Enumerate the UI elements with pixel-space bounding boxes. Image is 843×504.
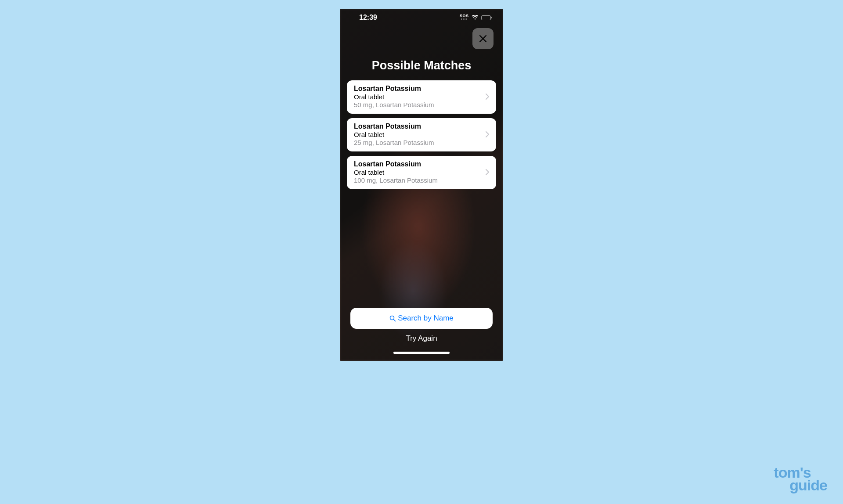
- match-name: Losartan Potassium: [354, 160, 438, 168]
- watermark-logo: tom's guide: [774, 466, 827, 492]
- status-time: 12:39: [359, 14, 377, 22]
- battery-icon: [481, 15, 492, 20]
- try-again-button[interactable]: Try Again: [406, 334, 437, 343]
- phone-frame: 12:39 SOS Poss: [340, 9, 503, 361]
- match-detail: 100 mg, Losartan Potassium: [354, 176, 438, 184]
- match-form: Oral tablet: [354, 131, 434, 138]
- match-name: Losartan Potassium: [354, 85, 434, 93]
- match-list: Losartan Potassium Oral tablet 50 mg, Lo…: [340, 72, 503, 189]
- sos-text: SOS: [460, 14, 469, 18]
- chevron-right-icon: [486, 169, 489, 175]
- search-icon: [389, 315, 396, 322]
- top-buttons: [340, 26, 503, 49]
- match-card[interactable]: Losartan Potassium Oral tablet 50 mg, Lo…: [347, 80, 496, 114]
- close-icon: [479, 35, 487, 43]
- status-bar: 12:39 SOS: [340, 9, 503, 26]
- chevron-right-icon: [486, 94, 489, 100]
- match-detail: 50 mg, Losartan Potassium: [354, 101, 434, 108]
- search-button-label: Search by Name: [398, 314, 454, 323]
- search-by-name-button[interactable]: Search by Name: [350, 308, 493, 329]
- cellular-dots-icon: [461, 18, 468, 20]
- home-indicator[interactable]: [393, 352, 450, 354]
- phone-content: 12:39 SOS Poss: [340, 9, 503, 361]
- status-indicators: SOS: [460, 15, 492, 20]
- match-card[interactable]: Losartan Potassium Oral tablet 100 mg, L…: [347, 156, 496, 189]
- chevron-right-icon: [486, 131, 489, 137]
- match-name: Losartan Potassium: [354, 122, 434, 130]
- match-form: Oral tablet: [354, 169, 438, 176]
- match-detail: 25 mg, Losartan Potassium: [354, 139, 434, 146]
- svg-line-1: [394, 319, 396, 321]
- match-card[interactable]: Losartan Potassium Oral tablet 25 mg, Lo…: [347, 118, 496, 151]
- bottom-actions: Search by Name Try Again: [340, 308, 503, 361]
- wifi-icon: [472, 15, 479, 20]
- close-button[interactable]: [472, 28, 494, 49]
- match-form: Oral tablet: [354, 93, 434, 101]
- page-title: Possible Matches: [340, 59, 503, 72]
- sos-indicator: SOS: [460, 14, 469, 20]
- watermark-line2: guide: [789, 479, 827, 492]
